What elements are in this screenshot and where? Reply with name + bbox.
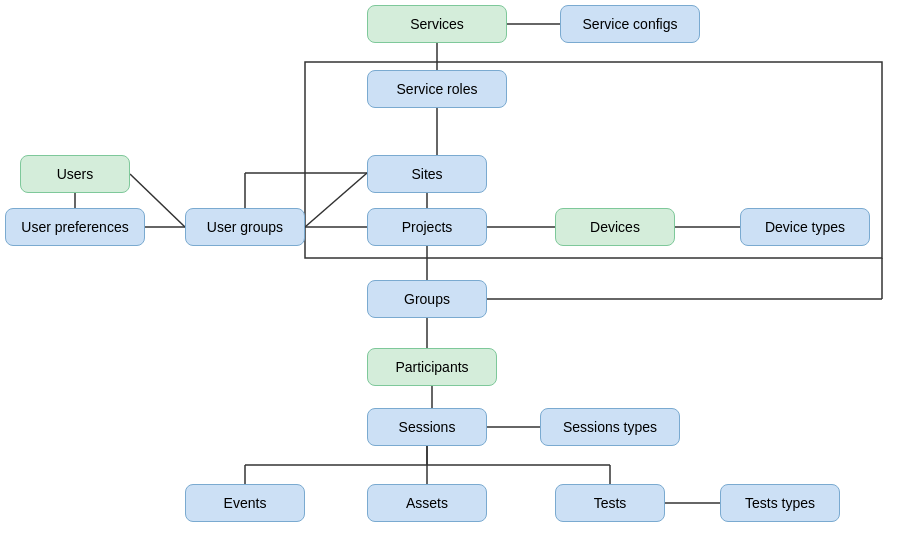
node-groups: Groups: [367, 280, 487, 318]
node-users: Users: [20, 155, 130, 193]
node-service-roles: Service roles: [367, 70, 507, 108]
node-participants: Participants: [367, 348, 497, 386]
node-services: Services: [367, 5, 507, 43]
node-user-preferences: User preferences: [5, 208, 145, 246]
svg-line-7: [305, 173, 367, 227]
node-events: Events: [185, 484, 305, 522]
diagram: Services Service configs Service roles U…: [0, 0, 923, 534]
node-projects: Projects: [367, 208, 487, 246]
node-sessions: Sessions: [367, 408, 487, 446]
node-tests: Tests: [555, 484, 665, 522]
node-devices: Devices: [555, 208, 675, 246]
node-sessions-types: Sessions types: [540, 408, 680, 446]
node-tests-types: Tests types: [720, 484, 840, 522]
node-user-groups: User groups: [185, 208, 305, 246]
node-assets: Assets: [367, 484, 487, 522]
node-service-configs: Service configs: [560, 5, 700, 43]
node-device-types: Device types: [740, 208, 870, 246]
node-sites: Sites: [367, 155, 487, 193]
